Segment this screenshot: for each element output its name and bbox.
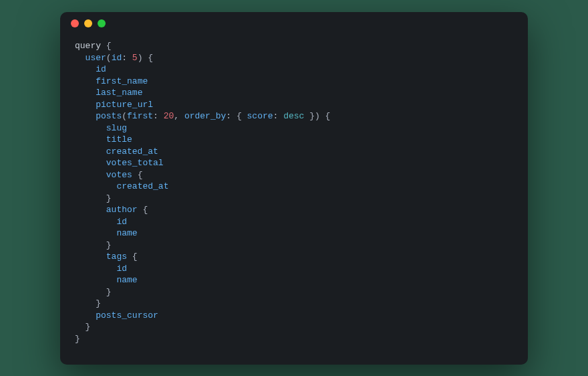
arg-id-value: 5 [132, 53, 138, 63]
field-tags-id: id [116, 264, 127, 274]
field-slug: slug [106, 123, 127, 133]
field-posts: posts [96, 111, 122, 121]
brace-open: { [101, 41, 112, 51]
arg-first-key: first [127, 111, 153, 121]
arg-first-value: 20 [164, 111, 174, 121]
field-posts-cursor: posts_cursor [96, 310, 158, 320]
code-block: query { user(id: 5) { id first_name last… [60, 35, 528, 358]
close-icon[interactable] [71, 19, 79, 27]
window-titlebar [60, 12, 528, 35]
field-title: title [106, 134, 132, 145]
arg-score-key: score [247, 111, 273, 121]
field-votes-total: votes_total [106, 158, 164, 168]
field-tags-name: name [116, 275, 137, 285]
brace-close: } [75, 334, 80, 344]
field-created-at: created_at [106, 147, 158, 157]
zoom-icon[interactable] [98, 19, 106, 27]
field-picture-url: picture_url [96, 100, 153, 110]
field-first-name: first_name [96, 76, 148, 86]
brace-close: } [96, 298, 101, 308]
arg-id-key: id [112, 53, 122, 63]
field-author: author [106, 205, 138, 215]
field-last-name: last_name [96, 88, 142, 98]
field-votes-created-at: created_at [116, 181, 168, 191]
brace-close: } [106, 287, 112, 297]
field-author-name: name [116, 228, 137, 238]
arg-orderby-key: order_by [184, 111, 226, 121]
arg-score-value: desc [283, 111, 304, 121]
field-tags: tags [106, 252, 127, 262]
brace-close: } [106, 240, 112, 250]
field-votes: votes [106, 170, 132, 180]
field-id: id [96, 64, 106, 74]
brace-close: } [86, 322, 91, 332]
minimize-icon[interactable] [84, 19, 92, 27]
brace-close: } [106, 193, 112, 203]
keyword-query: query [75, 41, 101, 51]
code-window: query { user(id: 5) { id first_name last… [60, 12, 528, 365]
field-user: user [86, 53, 106, 63]
field-author-id: id [116, 217, 127, 227]
